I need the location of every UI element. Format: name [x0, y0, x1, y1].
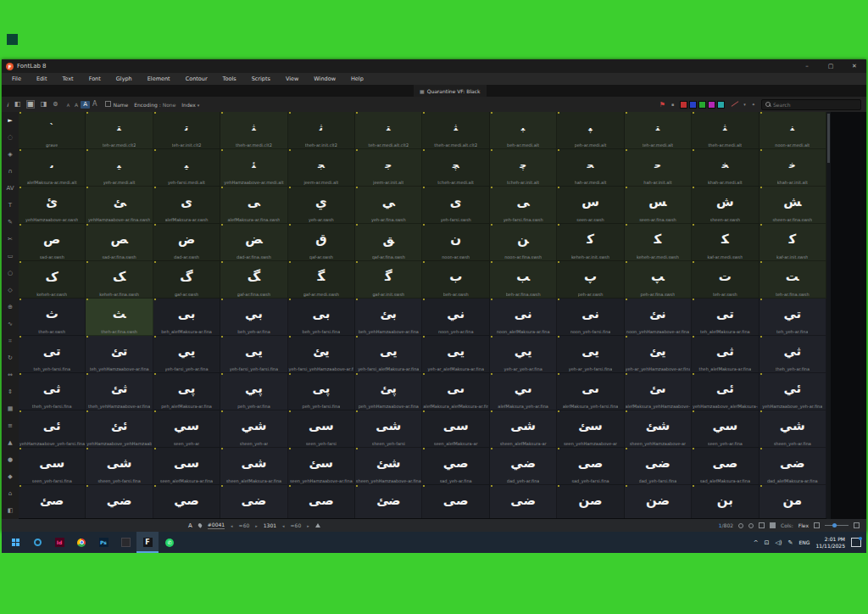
glyph-cell-gaf-ar.init.swsh[interactable]: ﮔgaf-ar.init.swsh: [355, 261, 422, 299]
glyph-cell-yeh-farsi.fina.swsh[interactable]: ﯽyeh-farsi.fina.swsh: [490, 187, 557, 224]
glyph-cell-dad-ar.fina.swsh[interactable]: ﺾdad-ar.fina.swsh: [220, 224, 287, 261]
glyph-cell-teh_yeh-farsi.fina[interactable]: تیteh_yeh-farsi.fina: [19, 336, 86, 373]
right-sidebearing-value[interactable]: =60: [291, 522, 302, 528]
glyph-cell-teh_alefMaksura-ar.fina[interactable]: تىteh_alefMaksura-ar.fina: [692, 299, 759, 336]
glyph-cell-teh-ar.medi.alt[interactable]: ﺘteh-ar.medi.alt: [625, 112, 692, 149]
glyph-cell-alefMaksura_yehHamzaabove-ar.fina[interactable]: ىئalefMaksura_yehHamzaabove-ar.fina: [625, 373, 692, 410]
view-mode-active-icon[interactable]: [770, 522, 776, 528]
glyph-cell-peh_yehHamzaabove-ar.fina[interactable]: پئpeh_yehHamzaabove-ar.fina: [355, 373, 422, 410]
glyph-cell-grave[interactable]: `grave: [19, 112, 86, 149]
preview-letter[interactable]: A: [188, 522, 192, 529]
glyph-cell-kaf-ar.medi.swsh[interactable]: ﻜkaf-ar.medi.swsh: [692, 224, 759, 261]
glyph-cell-yeh-ar.swsh[interactable]: ﻱyeh-ar.swsh: [288, 187, 355, 224]
glyph-cell-theh-ar.medi.alt[interactable]: ﺜtheh-ar.medi.alt: [692, 112, 759, 149]
view-mode-icon[interactable]: [759, 522, 765, 528]
gear-icon[interactable]: ⚙: [53, 101, 58, 108]
search-box[interactable]: [761, 99, 861, 110]
glyph-cell-seen_alefMaksura-ar.fina[interactable]: سىseen_alefMaksura-ar.fina: [153, 448, 220, 485]
glyph-cell-jeem-ar.medi.alt[interactable]: ﺠjeem-ar.medi.alt: [288, 149, 355, 187]
glyph-cell-seen_yeh-farsi.fina[interactable]: سیseen_yeh-farsi.fina: [19, 448, 86, 485]
glyph-cell-theh_yehHamzaabove-ar.fina[interactable]: ثئtheh_yehHamzaabove-ar.fina: [86, 373, 153, 410]
glyph-cell-teh-ar.fina.swsh[interactable]: ﺖteh-ar.fina.swsh: [760, 261, 826, 299]
size-xlarge-button[interactable]: A: [90, 100, 99, 109]
glyph-cell[interactable]: ضئ: [355, 485, 422, 518]
glyph-cell-yeh-farsi.medi.alt[interactable]: ﯿyeh-farsi.medi.alt: [153, 149, 220, 187]
glyph-cell-peh_alefMaksura-ar.fina[interactable]: پىpeh_alefMaksura-ar.fina: [153, 373, 220, 410]
glyph-cell-beh-ar.swsh[interactable]: ﺏbeh-ar.swsh: [422, 261, 489, 299]
menu-glyph[interactable]: Glyph: [108, 75, 140, 82]
display-icon[interactable]: ⊡: [765, 539, 770, 546]
taskbar-photoshop-icon[interactable]: Ps: [92, 532, 114, 553]
menu-help[interactable]: Help: [343, 75, 371, 82]
glyph-cell-yeh-ar_yeh-ar.fina[interactable]: ييyeh-ar_yeh-ar.fina: [490, 336, 557, 373]
glyph-cell-noon_yeh-farsi.fina[interactable]: نیnoon_yeh-farsi.fina: [557, 299, 624, 336]
speaker-icon[interactable]: ◁): [775, 539, 782, 546]
glyph-cell[interactable]: صن: [557, 485, 624, 518]
color-swatch[interactable]: [680, 101, 687, 109]
tool-pencil-icon[interactable]: ✎: [2, 214, 19, 231]
tool-lasso-icon[interactable]: ◌: [2, 129, 19, 146]
flag-icon[interactable]: ⚑: [659, 101, 665, 109]
glyph-cell-sheen_yehHamzaabove-ar[interactable]: شئsheen_yehHamzaabove-ar: [625, 410, 692, 448]
glyph-cell-yeh-farsi_alefMaksura-ar.fina[interactable]: یىyeh-farsi_alefMaksura-ar.fina: [355, 336, 422, 373]
taskbar-fontlab-icon[interactable]: F: [136, 532, 159, 553]
glyph-cell-alefMaksura_alefMaksura-ar.fina[interactable]: ىىalefMaksura_alefMaksura-ar.fina: [422, 373, 489, 410]
tool-shape-icon[interactable]: ◆: [2, 468, 19, 485]
glyph-cell-dad_alefMaksura-ar.fina[interactable]: ضىdad_alefMaksura-ar.fina: [760, 448, 826, 485]
arrow-left-icon[interactable]: ◂: [282, 523, 285, 528]
glyph-cell-yehHamzaabove_alefMaksura-ar.fina[interactable]: ئىyehHamzaabove_alefMaksura-ar.fina: [692, 373, 759, 410]
glyph-cell-theh_yeh-ar.fina[interactable]: ثيtheh_yeh-ar.fina: [760, 336, 826, 373]
zoom-slider[interactable]: [825, 525, 849, 526]
glyph-cell-tcheh-ar.init.alt[interactable]: ﭼtcheh-ar.init.alt: [490, 149, 557, 187]
glyph-cell-noon-ar.fina.swsh[interactable]: ﻦnoon-ar.fina.swsh: [490, 224, 557, 261]
glyph-cell[interactable]: صئ: [19, 485, 86, 518]
cols-value[interactable]: Flex: [798, 522, 809, 528]
glyph-cell-sheen_alefMaksura-ar[interactable]: شىsheen_alefMaksura-ar: [490, 410, 557, 448]
tool-mirror-h-icon[interactable]: ⇔: [2, 366, 19, 383]
panel-right-icon[interactable]: ◨: [41, 101, 47, 108]
glyph-cell-sheen_yeh-ar.fina[interactable]: شيsheen_yeh-ar.fina: [760, 410, 826, 448]
menu-edit[interactable]: Edit: [29, 75, 55, 82]
tool-magnet-icon[interactable]: ∩: [2, 163, 19, 180]
tool-curve-icon[interactable]: ∿: [2, 315, 19, 332]
glyph-cell-yehHamzaabove_yeh-ar.fina[interactable]: ئيyehHamzaabove_yeh-ar.fina: [760, 373, 826, 410]
glyph-cell-seen-ar.swsh[interactable]: ﺱseen-ar.swsh: [557, 187, 624, 224]
minimize-button[interactable]: –: [795, 59, 819, 73]
glyph-cell-yeh-farsi_yeh-ar.fina[interactable]: یيyeh-farsi_yeh-ar.fina: [153, 336, 220, 373]
tool-home-icon[interactable]: ⌂: [2, 485, 19, 502]
tool-cells-icon[interactable]: ▦: [2, 400, 19, 417]
glyph-cell-gaf-ar.fina.swsh[interactable]: ﮓgaf-ar.fina.swsh: [220, 261, 287, 299]
taskbar-chrome-icon[interactable]: [70, 532, 92, 553]
glyph-cell[interactable]: ضی: [220, 485, 287, 518]
glyph-cell-peh-ar.medi.alt[interactable]: ﭙpeh-ar.medi.alt: [557, 112, 624, 149]
menu-scripts[interactable]: Scripts: [244, 75, 278, 82]
glyph-cell-yeh-ar_yeh-farsi.fina[interactable]: يیyeh-ar_yeh-farsi.fina: [557, 336, 624, 373]
glyph-cell-yeh-ar.fina.swsh[interactable]: ﻲyeh-ar.fina.swsh: [355, 187, 422, 224]
glyph-cell-peh_yeh-ar.fina[interactable]: پيpeh_yeh-ar.fina: [220, 373, 287, 410]
glyph-cell-yeh-ar_alefMaksura-ar.fina[interactable]: يىyeh-ar_alefMaksura-ar.fina: [422, 336, 489, 373]
add-mark-icon[interactable]: ✦: [752, 102, 755, 107]
glyph-cell-alefMaksura-ar.swsh[interactable]: ﻯalefMaksura-ar.swsh: [153, 187, 220, 224]
taskbar-indesign-icon[interactable]: Id: [48, 532, 70, 553]
glyph-cell-beh_alefMaksura-ar.fina[interactable]: بىbeh_alefMaksura-ar.fina: [153, 299, 220, 336]
glyph-cell[interactable]: ضي: [86, 485, 153, 518]
glyph-cell-sheen-ar.fina.swsh[interactable]: ﺶsheen-ar.fina.swsh: [760, 187, 826, 224]
glyph-cell-theh_yeh-farsi.fina[interactable]: ثیtheh_yeh-farsi.fina: [19, 373, 86, 410]
glyph-cell-noon_alefMaksura-ar.fina[interactable]: نىnoon_alefMaksura-ar.fina: [490, 299, 557, 336]
glyph-cell-yeh-farsi_yeh-farsi.fina[interactable]: ییyeh-farsi_yeh-farsi.fina: [220, 336, 287, 373]
arrow-right-icon[interactable]: ▸: [255, 523, 258, 528]
taskbar-whatsapp-icon[interactable]: ✆: [159, 532, 181, 553]
glyph-cell-theh-ar.medi.alt.clt2[interactable]: ﺜtheh-ar.medi.alt.clt2: [422, 112, 489, 149]
glyph-cell-noon-ar.medi.alt[interactable]: ﻨnoon-ar.medi.alt: [760, 112, 826, 149]
menu-file[interactable]: File: [4, 75, 29, 82]
glyph-cell-seen-ar.fina.swsh[interactable]: ﺲseen-ar.fina.swsh: [625, 187, 692, 224]
glyph-cell-keheh-ar.swsh[interactable]: ﮎkeheh-ar.swsh: [19, 261, 86, 299]
maximize-button[interactable]: ▢: [819, 59, 843, 73]
glyph-cell-teh-ar.init.clt2[interactable]: ﺗteh-ar.init.clt2: [153, 112, 220, 149]
glyph-cell-qaf-ar.swsh[interactable]: ﻕqaf-ar.swsh: [288, 224, 355, 261]
glyph-cell-yeh-ar_yehHamzaabove-ar.fina[interactable]: يئyeh-ar_yehHamzaabove-ar.fina: [625, 336, 692, 373]
tool-contact-icon[interactable]: ◈: [2, 146, 19, 163]
slider-handle[interactable]: [832, 523, 837, 527]
tray-chevron-icon[interactable]: ^: [754, 539, 759, 546]
tool-panel-icon[interactable]: ◧: [2, 502, 19, 519]
